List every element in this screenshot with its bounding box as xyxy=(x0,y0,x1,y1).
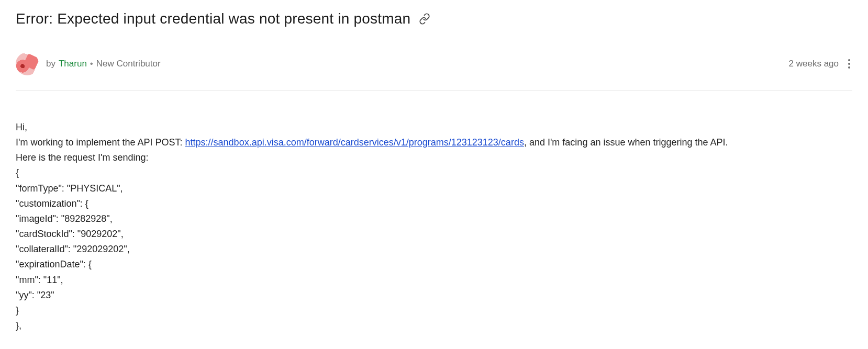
code-line: }, xyxy=(16,318,852,333)
code-line: "yy": "23" xyxy=(16,288,852,303)
body-line: Hi, xyxy=(16,120,852,135)
code-line: "imageId": "89282928", xyxy=(16,211,852,227)
more-icon xyxy=(848,63,850,65)
code-line: "formType": "PHYSICAL", xyxy=(16,181,852,196)
body-line: I'm working to implement the API POST: h… xyxy=(16,135,852,150)
by-label: by xyxy=(46,59,55,69)
api-url-link[interactable]: https://sandbox.api.visa.com/forward/car… xyxy=(185,137,524,148)
body-line: Here is the request I'm sending: xyxy=(16,150,852,165)
permalink-icon[interactable] xyxy=(419,13,430,25)
body-text: , and I'm facing an issue when triggerin… xyxy=(524,137,728,148)
more-icon xyxy=(848,66,850,69)
post-timestamp: 2 weeks ago xyxy=(789,59,839,69)
author-link[interactable]: Tharun xyxy=(59,59,87,69)
contributor-badge: New Contributor xyxy=(96,59,161,69)
code-line: "collateralId": "292029202", xyxy=(16,242,852,257)
code-line: "cardStockId": "9029202", xyxy=(16,227,852,242)
code-line: "customization": { xyxy=(16,196,852,211)
meta-right: 2 weeks ago xyxy=(789,57,852,71)
avatar[interactable] xyxy=(16,52,39,75)
code-line: "mm": "11", xyxy=(16,273,852,288)
post-title: Error: Expected input credential was not… xyxy=(16,10,410,27)
code-line: } xyxy=(16,303,852,318)
more-icon xyxy=(848,59,850,61)
body-text: I'm working to implement the API POST: xyxy=(16,137,185,148)
more-options-button[interactable] xyxy=(846,57,852,71)
code-line: "expirationDate": { xyxy=(16,257,852,272)
post-meta: by Tharun • New Contributor 2 weeks ago xyxy=(16,52,852,91)
code-line: { xyxy=(16,165,852,181)
author-block: by Tharun • New Contributor xyxy=(16,52,161,75)
title-row: Error: Expected input credential was not… xyxy=(16,10,852,27)
byline: by Tharun • New Contributor xyxy=(46,59,161,69)
post-body: Hi, I'm working to implement the API POS… xyxy=(16,120,852,333)
separator-dot: • xyxy=(90,59,93,69)
